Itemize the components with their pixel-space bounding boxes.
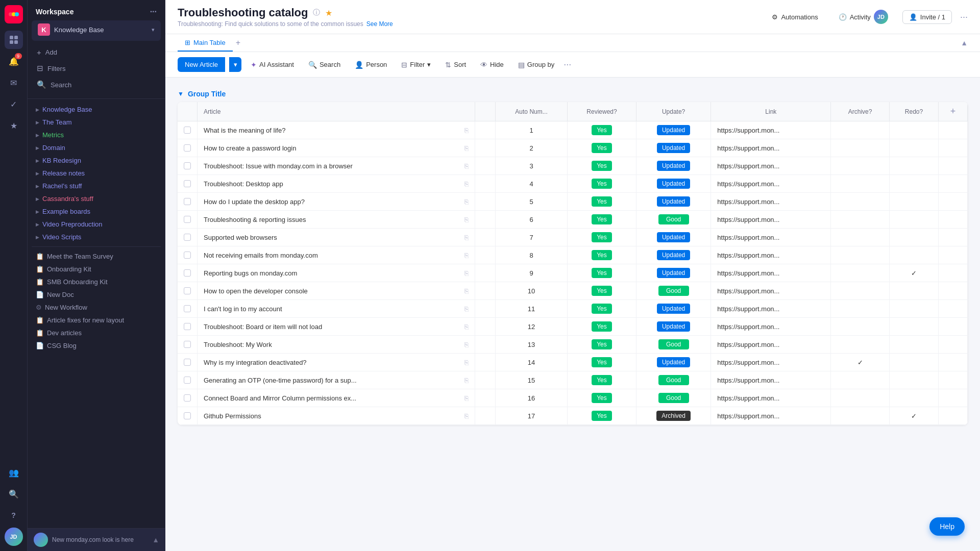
update-cell[interactable]: Updated xyxy=(636,229,710,246)
copy-icon[interactable]: ⎘ xyxy=(464,323,469,331)
copy-icon[interactable]: ⎘ xyxy=(464,269,469,277)
reviewed-cell[interactable]: Yes xyxy=(568,389,636,407)
app-logo[interactable] xyxy=(5,5,23,23)
search-action[interactable]: 🔍 Search xyxy=(32,77,161,92)
reviewed-cell[interactable]: Yes xyxy=(568,354,636,371)
invite-button[interactable]: 👤 Invite / 1 xyxy=(902,10,952,24)
redo-cell[interactable] xyxy=(889,193,938,211)
collapse-icon[interactable]: ▲ xyxy=(961,39,968,47)
redo-cell[interactable] xyxy=(889,300,938,318)
row-checkbox[interactable] xyxy=(184,394,191,402)
row-checkbox[interactable] xyxy=(184,287,191,294)
copy-icon[interactable]: ⎘ xyxy=(464,234,469,241)
copy-icon[interactable]: ⎘ xyxy=(464,127,469,134)
article-cell[interactable]: Connect Board and Mirror Column permissi… xyxy=(198,389,475,407)
update-cell[interactable]: Updated xyxy=(636,246,710,264)
team-icon[interactable]: 👥 xyxy=(5,463,23,482)
row-checkbox[interactable] xyxy=(184,269,191,277)
archive-cell[interactable] xyxy=(831,300,890,318)
ai-assistant-button[interactable]: ✦ AI Assistant xyxy=(246,58,299,72)
row-checkbox[interactable] xyxy=(184,234,191,241)
row-checkbox[interactable] xyxy=(184,412,191,419)
reviewed-cell[interactable]: Yes xyxy=(568,246,636,264)
sidebar-item-meet-team-survey[interactable]: 📋 Meet the Team Survey xyxy=(32,250,161,263)
article-cell[interactable]: Generating an OTP (one-time password) fo… xyxy=(198,371,475,389)
copy-icon[interactable]: ⎘ xyxy=(464,287,469,295)
row-checkbox[interactable] xyxy=(184,216,191,223)
redo-cell[interactable] xyxy=(889,354,938,371)
row-checkbox[interactable] xyxy=(184,341,191,348)
see-more-link[interactable]: See More xyxy=(366,20,393,28)
copy-icon[interactable]: ⎘ xyxy=(464,252,469,259)
article-cell[interactable]: Not receiving emails from monday.com ⎘ xyxy=(198,246,475,264)
help-icon[interactable]: ? xyxy=(5,506,23,524)
add-tab-button[interactable]: + xyxy=(233,34,243,52)
article-cell[interactable]: How to create a password login ⎘ xyxy=(198,139,475,157)
article-cell[interactable]: Github Permissions ⎘ xyxy=(198,407,475,425)
sidebar-item-kb-redesign[interactable]: ▶ KB Redesign xyxy=(32,154,161,167)
reviewed-cell[interactable]: Yes xyxy=(568,300,636,318)
redo-cell[interactable] xyxy=(889,229,938,246)
reviewed-cell[interactable]: Yes xyxy=(568,211,636,229)
article-cell[interactable]: I can't log in to my account ⎘ xyxy=(198,300,475,318)
row-checkbox[interactable] xyxy=(184,359,191,366)
link-cell[interactable]: https://support.mon... xyxy=(711,175,831,193)
copy-icon[interactable]: ⎘ xyxy=(464,162,469,170)
update-cell[interactable]: Good xyxy=(636,371,710,389)
toolbar-more-button[interactable]: ··· xyxy=(564,59,571,70)
article-cell[interactable]: Troubleshoot: Issue with monday.com in a… xyxy=(198,157,475,175)
link-cell[interactable]: https://support.mon... xyxy=(711,121,831,139)
reviewed-cell[interactable]: Yes xyxy=(568,139,636,157)
info-icon[interactable]: ⓘ xyxy=(313,8,320,17)
sidebar-item-release-notes[interactable]: ▶ Release notes xyxy=(32,167,161,180)
update-cell[interactable]: Good xyxy=(636,389,710,407)
star-icon[interactable]: ★ xyxy=(325,8,332,18)
archive-cell[interactable] xyxy=(831,175,890,193)
redo-cell[interactable] xyxy=(889,175,938,193)
help-button[interactable]: Help xyxy=(929,517,965,536)
sidebar-item-dev-articles[interactable]: 📋 Dev articles xyxy=(32,327,161,339)
redo-cell[interactable] xyxy=(889,246,938,264)
redo-cell[interactable] xyxy=(889,282,938,300)
article-cell[interactable]: Troubleshoot: Board or item will not loa… xyxy=(198,318,475,336)
row-checkbox[interactable] xyxy=(184,252,191,259)
user-avatar[interactable]: JD xyxy=(5,528,23,546)
update-cell[interactable]: Archived xyxy=(636,407,710,425)
sidebar-item-article-fixes[interactable]: 📋 Article fixes for new layout xyxy=(32,314,161,327)
article-header[interactable]: Article xyxy=(198,102,475,121)
sidebar-item-metrics[interactable]: ▶ Metrics xyxy=(32,129,161,141)
reviewed-header[interactable]: Reviewed? xyxy=(568,102,636,121)
link-cell[interactable]: https://support.mon... xyxy=(711,371,831,389)
sidebar-item-new-workflow[interactable]: ⚙ New Workflow xyxy=(32,301,161,314)
link-cell[interactable]: https://support.mon... xyxy=(711,354,831,371)
archive-cell[interactable] xyxy=(831,407,890,425)
filters-action[interactable]: ⊟ Filters xyxy=(32,61,161,76)
add-action[interactable]: + Add xyxy=(32,45,161,60)
update-cell[interactable]: Good xyxy=(636,211,710,229)
reviewed-cell[interactable]: Yes xyxy=(568,336,636,354)
archive-cell[interactable] xyxy=(831,139,890,157)
update-cell[interactable]: Updated xyxy=(636,354,710,371)
copy-icon[interactable]: ⎘ xyxy=(464,341,469,348)
person-button[interactable]: 👤 Person xyxy=(350,58,392,72)
new-article-button[interactable]: New Article xyxy=(178,57,225,72)
redo-cell[interactable] xyxy=(889,139,938,157)
article-cell[interactable]: Supported web browsers ⎘ xyxy=(198,229,475,246)
favorites-icon[interactable]: ★ xyxy=(5,116,23,135)
sidebar-item-cassandras-stuff[interactable]: ▶ Cassandra's stuff xyxy=(32,192,161,205)
inbox-icon[interactable]: ✉ xyxy=(5,73,23,92)
update-cell[interactable]: Updated xyxy=(636,264,710,282)
archive-cell[interactable] xyxy=(831,246,890,264)
archive-cell[interactable] xyxy=(831,282,890,300)
link-cell[interactable]: https://support.mon... xyxy=(711,211,831,229)
copy-icon[interactable]: ⎘ xyxy=(464,180,469,188)
row-checkbox[interactable] xyxy=(184,144,191,152)
sidebar-item-onboarding-kit[interactable]: 📋 Onboarding Kit xyxy=(32,263,161,276)
link-cell[interactable]: https://support.mon... xyxy=(711,336,831,354)
redo-cell[interactable] xyxy=(889,121,938,139)
redo-cell[interactable]: ✓ xyxy=(889,264,938,282)
row-checkbox[interactable] xyxy=(184,198,191,205)
link-cell[interactable]: https://support.mon... xyxy=(711,318,831,336)
redo-cell[interactable] xyxy=(889,157,938,175)
update-cell[interactable]: Updated xyxy=(636,139,710,157)
